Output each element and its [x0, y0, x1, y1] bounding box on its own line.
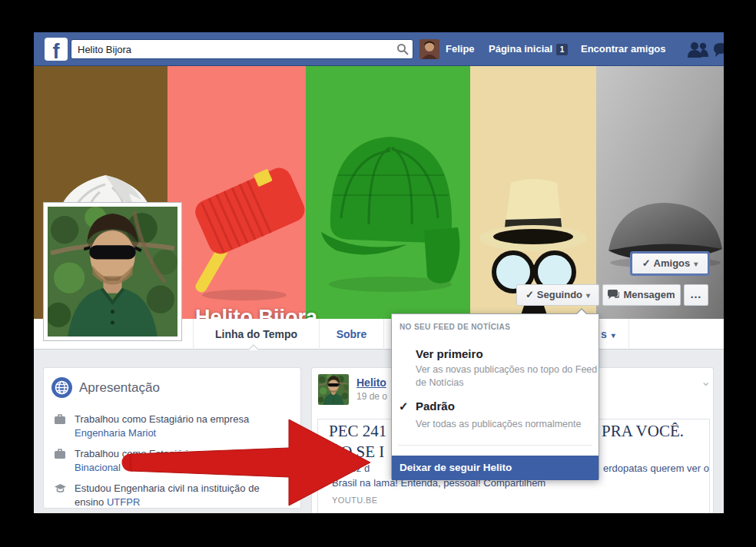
menu-divider	[398, 445, 592, 446]
menu-item-description: de Notícias	[416, 376, 464, 390]
search-icon[interactable]	[396, 43, 409, 55]
post-timestamp[interactable]: 19 de o	[356, 391, 387, 402]
home-notification-badge: 1	[556, 44, 568, 55]
green-cap-illustration	[310, 103, 470, 300]
selected-tab-caret	[248, 339, 259, 350]
link-title-fragment: PRA VOCÊ.	[602, 422, 684, 441]
friend-requests-icon[interactable]	[687, 41, 710, 58]
messages-icon[interactable]	[713, 42, 724, 59]
caret-down-icon: ▾	[586, 291, 590, 300]
friends-button[interactable]: ✓Amigos▾	[632, 253, 708, 274]
post-author-avatar[interactable]	[318, 374, 349, 405]
check-icon: ✓	[399, 399, 409, 413]
message-button[interactable]: Mensagem	[602, 284, 681, 306]
graduation-cap-icon	[55, 483, 66, 493]
red-mallet-illustration	[175, 152, 310, 303]
more-options-button[interactable]: …	[684, 284, 708, 306]
following-button[interactable]: ✓Seguindo▾	[516, 284, 599, 306]
user-avatar[interactable]	[419, 39, 439, 59]
profile-picture[interactable]	[43, 202, 182, 341]
intro-title: Apresentação	[79, 380, 160, 396]
facebook-window: f Felipe Página inicial 1 Encontrar amig…	[34, 32, 724, 513]
check-icon: ✓	[642, 257, 651, 269]
following-dropdown-menu: NO SEU FEED DE NOTÍCIAS Ver primeiro Ver…	[391, 313, 599, 479]
tab-partial[interactable]: s▾	[601, 319, 632, 350]
briefcase-icon	[55, 414, 65, 424]
home-link[interactable]: Página inicial	[489, 32, 552, 66]
caret-down-icon: ▾	[694, 260, 698, 268]
ellipsis-icon: …	[690, 287, 702, 300]
check-icon: ✓	[526, 289, 534, 300]
globe-icon	[51, 377, 72, 398]
dropdown-section-header: NO SEU FEED DE NOTÍCIAS	[400, 323, 510, 331]
facebook-logo-icon[interactable]: f	[45, 38, 68, 61]
cover-panel-gray	[596, 66, 724, 319]
screenshot-stage: f Felipe Página inicial 1 Encontrar amig…	[0, 0, 756, 547]
tab-about[interactable]: Sobre	[320, 319, 383, 350]
unfollow-menu-item[interactable]: Deixar de seguir Helito	[392, 456, 598, 480]
dropdown-notch	[575, 308, 588, 314]
menu-item-description: Ver todas as publicações normalmente	[416, 418, 581, 431]
menu-item-description: Ver as novas publicações no topo do Feed	[416, 363, 597, 376]
post-author-name[interactable]: Helito	[356, 376, 386, 389]
profile-shortcut[interactable]: Felipe	[446, 32, 475, 66]
post-menu-chevron-icon[interactable]: ⌄	[701, 376, 711, 388]
find-friends-link[interactable]: Encontrar amigos	[581, 32, 666, 66]
menu-item-default[interactable]: Padrão	[416, 399, 455, 413]
top-navigation-bar: f Felipe Página inicial 1 Encontrar amig…	[34, 32, 724, 66]
profile-name: Helito Bijora	[195, 306, 317, 319]
caret-down-icon: ▾	[612, 331, 615, 340]
briefcase-icon	[55, 449, 65, 459]
annotation-arrow	[108, 407, 384, 513]
menu-item-see-first[interactable]: Ver primeiro	[416, 347, 483, 360]
message-bubble-icon	[608, 290, 619, 300]
link-description-fragment: erdopatas querem ver o	[603, 462, 709, 474]
search-input[interactable]	[71, 39, 413, 59]
